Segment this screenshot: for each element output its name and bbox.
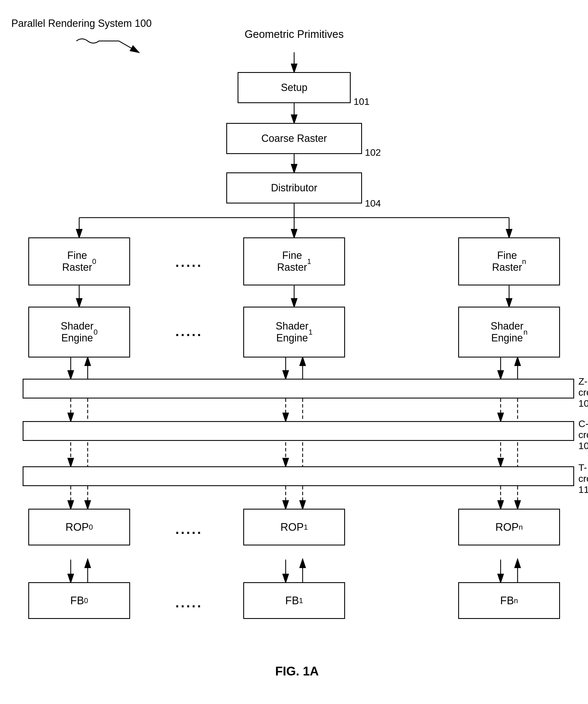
shader-engine-0-box: ShaderEngine0	[28, 307, 130, 357]
shader-engine-n-box: ShaderEnginen	[458, 307, 560, 357]
c-crossbar	[22, 421, 574, 441]
geometric-primitives-label: Geometric Primitives	[232, 28, 356, 41]
fine-raster-n-box: FineRastern	[458, 237, 560, 285]
rop-1-box: ROP1	[243, 509, 345, 545]
fine-raster-1-sub: 1	[307, 257, 311, 266]
fb-1-box: FB1	[243, 582, 345, 619]
rop-0-sub: 0	[89, 523, 93, 532]
t-crossbar-label: T-crossbar110	[578, 462, 588, 495]
ref-101: 101	[354, 96, 370, 107]
fb-n-box: FBn	[458, 582, 560, 619]
fine-raster-0-sub: 0	[92, 257, 96, 266]
fb-dots: .....	[175, 595, 203, 610]
fb-0-sub: 0	[84, 596, 88, 605]
distributor-box: Distributor	[226, 172, 362, 203]
ref-104: 104	[365, 198, 381, 209]
ref-102: 102	[365, 147, 381, 158]
figure-title: FIG. 1A	[212, 664, 382, 678]
rop-n-box: ROPn	[458, 509, 560, 545]
fine-raster-1-box: FineRaster1	[243, 237, 345, 285]
z-crossbar	[22, 379, 574, 399]
shader-engine-0-sub: 0	[94, 328, 98, 337]
rop-dots: .....	[175, 521, 203, 537]
fine-raster-n-sub: n	[522, 257, 526, 266]
diagram-container: Parallel Rendering System 100 Geometric …	[0, 0, 588, 704]
shader-engine-n-sub: n	[524, 328, 528, 337]
shader-engine-1-box: ShaderEngine1	[243, 307, 345, 357]
coarse-raster-box: Coarse Raster	[226, 123, 362, 154]
rop-n-sub: n	[519, 523, 523, 532]
rop-0-box: ROP0	[28, 509, 130, 545]
fb-n-sub: n	[514, 596, 518, 605]
fine-raster-dots: .....	[175, 254, 203, 270]
rop-1-sub: 1	[304, 523, 308, 532]
setup-box: Setup	[237, 72, 351, 103]
shader-engine-1-sub: 1	[309, 328, 313, 337]
fb-0-box: FB0	[28, 582, 130, 619]
z-crossbar-label: Z-crossbar106	[578, 376, 588, 409]
c-crossbar-label: C-crossbar108	[578, 418, 588, 451]
shader-engine-dots: .....	[175, 324, 203, 339]
system-label: Parallel Rendering System 100	[11, 17, 152, 30]
fb-1-sub: 1	[299, 596, 303, 605]
t-crossbar	[22, 466, 574, 486]
fine-raster-0-box: FineRaster0	[28, 237, 130, 285]
